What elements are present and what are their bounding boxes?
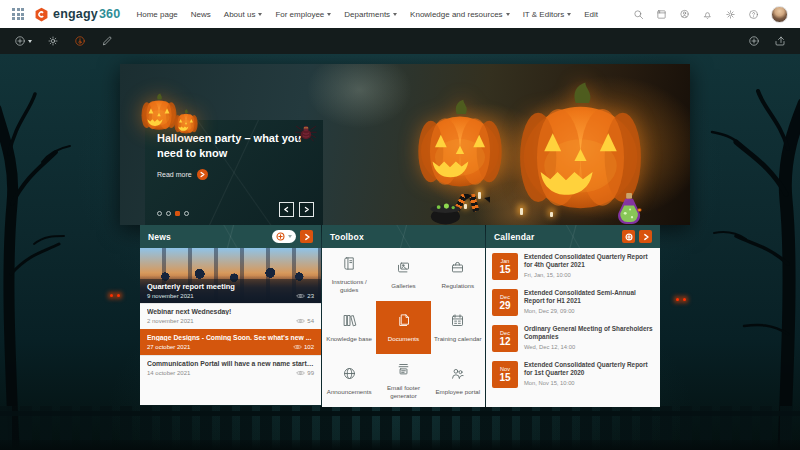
tool-icon — [342, 366, 357, 385]
share-icon[interactable] — [774, 35, 786, 47]
view-count: 23 — [296, 293, 314, 299]
glowing-eyes — [676, 298, 686, 301]
view-count: 99 — [296, 370, 314, 376]
jack-o-lantern-left — [410, 94, 510, 194]
add-circle-icon — [276, 232, 285, 241]
glowing-eyes — [110, 294, 120, 297]
main-nav: Home page News About us For employee Dep… — [136, 10, 598, 19]
brand-logo[interactable]: engagy360 — [34, 7, 120, 22]
toolbox-header: Toolbox — [322, 225, 485, 248]
calendar-title: Callendar — [494, 232, 535, 242]
contacts-icon[interactable] — [679, 9, 690, 20]
logo-text: engagy — [53, 7, 98, 21]
tool-icon — [396, 362, 411, 381]
calendar-header: Callendar — [486, 225, 660, 248]
eye-icon — [296, 370, 305, 376]
calendar-event[interactable]: Jan 15 Extended Consolidated Quarterly R… — [486, 248, 660, 284]
tool-icon — [450, 366, 465, 385]
eye-icon — [296, 293, 305, 299]
carousel-prev-button[interactable] — [279, 202, 294, 217]
news-list-item[interactable]: Webinar next Wednesday! 2 november 2021 … — [140, 303, 321, 329]
page-actions-toolbar — [0, 28, 800, 54]
notifications-icon[interactable] — [702, 9, 713, 20]
topbar-actions — [633, 6, 788, 23]
news-list: Webinar next Wednesday! 2 november 2021 … — [140, 303, 321, 381]
help-icon[interactable] — [748, 9, 759, 20]
news-add-button[interactable] — [272, 230, 296, 243]
toolbox-tile[interactable]: Training calendar — [431, 301, 485, 354]
news-more-button[interactable] — [300, 230, 313, 243]
toolbox-tile[interactable]: Employee portal — [431, 354, 485, 407]
carousel-dot[interactable] — [184, 211, 189, 216]
featured-news-title: Quarterly report meeting — [147, 282, 314, 291]
witch-cauldron-decor — [428, 194, 490, 225]
toolbox-tile[interactable]: Announcements — [322, 354, 376, 407]
read-more-link[interactable]: Read more — [157, 169, 208, 180]
candle — [520, 208, 523, 215]
chevron-down-icon — [506, 13, 510, 16]
search-icon[interactable] — [633, 9, 644, 20]
chevron-down-icon — [393, 13, 397, 16]
chevron-down-icon — [327, 13, 331, 16]
page-settings-icon[interactable] — [47, 35, 59, 47]
nav-item[interactable]: Departments — [344, 10, 397, 19]
chevron-down-icon — [28, 40, 32, 43]
nav-item[interactable]: News — [191, 10, 211, 19]
carousel-next-button[interactable] — [299, 202, 314, 217]
add-content-button[interactable] — [14, 35, 32, 47]
toolbox-grid: Instructions / guides Galleries Regulati… — [322, 248, 485, 407]
event-date-badge: Nov 15 — [492, 361, 518, 388]
event-title: Extended Consolidated Quarterly Report f… — [524, 361, 654, 378]
tool-icon — [450, 260, 465, 279]
carousel-dot[interactable] — [157, 211, 162, 216]
add-circle-icon[interactable] — [748, 35, 760, 47]
tree-silhouette-left — [0, 54, 104, 450]
logo-suffix: 360 — [99, 7, 120, 21]
carousel-dot[interactable] — [175, 211, 180, 216]
user-avatar[interactable] — [771, 6, 788, 23]
event-date-badge: Dec 29 — [492, 289, 518, 316]
nav-item[interactable]: For employee — [275, 10, 331, 19]
toolbox-tile[interactable]: Knowledge base — [322, 301, 376, 354]
nav-item[interactable]: About us — [224, 10, 263, 19]
calendar-event[interactable]: Nov 15 Extended Consolidated Quarterly R… — [486, 356, 660, 392]
news-header: News — [140, 225, 321, 248]
nav-item[interactable]: Knowledge and resources — [410, 10, 510, 19]
event-date-badge: Jan 15 — [492, 253, 518, 280]
hero-banner: Halloween party – what you need to know … — [120, 64, 690, 225]
tool-icon — [450, 313, 465, 332]
app-launcher-icon[interactable] — [12, 8, 24, 20]
settings-icon[interactable] — [725, 9, 736, 20]
calendar-more-button[interactable] — [639, 230, 652, 243]
eye-icon — [293, 344, 302, 350]
event-datetime: Mon, Nov 15, 10:00 — [524, 380, 654, 386]
carousel-nav — [279, 202, 314, 217]
news-title: News — [148, 232, 171, 242]
toolbox-tile[interactable]: Documents — [376, 301, 430, 354]
tasks-icon[interactable] — [656, 9, 667, 20]
toolbox-tile[interactable]: Regulations — [431, 248, 485, 301]
toolbox-tile[interactable]: Email footer generator — [376, 354, 430, 407]
tool-icon — [342, 256, 357, 275]
calendar-event[interactable]: Dec 29 Extended Consolidated Semi-Annual… — [486, 284, 660, 320]
calendar-add-button[interactable] — [622, 230, 635, 243]
news-list-item[interactable]: Engage Designs - Coming Soon. See what's… — [140, 329, 321, 355]
event-title: Ordinary General Meeting of Shareholders… — [524, 325, 654, 342]
accent-circle-icon[interactable] — [74, 35, 86, 47]
event-datetime: Mon, Dec 29, 09:00 — [524, 308, 654, 314]
nav-item[interactable]: Edit — [584, 10, 598, 19]
nav-item[interactable]: Home page — [136, 10, 177, 19]
carousel-dot[interactable] — [166, 211, 171, 216]
edit-pencil-icon[interactable] — [101, 35, 113, 47]
candle — [550, 212, 553, 217]
nav-item[interactable]: IT & Editors — [523, 10, 572, 19]
news-list-item[interactable]: Communication Portal will have a new nam… — [140, 355, 321, 381]
view-count: 54 — [296, 318, 314, 324]
page-background: Halloween party – what you need to know … — [0, 54, 800, 450]
logo-hexagon-icon — [34, 7, 49, 22]
featured-news-card[interactable]: Quarterly report meeting 9 november 2021… — [140, 248, 321, 303]
calendar-event[interactable]: Dec 12 Ordinary General Meeting of Share… — [486, 320, 660, 356]
toolbox-tile[interactable]: Galleries — [376, 248, 430, 301]
chevron-down-icon — [567, 13, 571, 16]
toolbox-tile[interactable]: Instructions / guides — [322, 248, 376, 301]
